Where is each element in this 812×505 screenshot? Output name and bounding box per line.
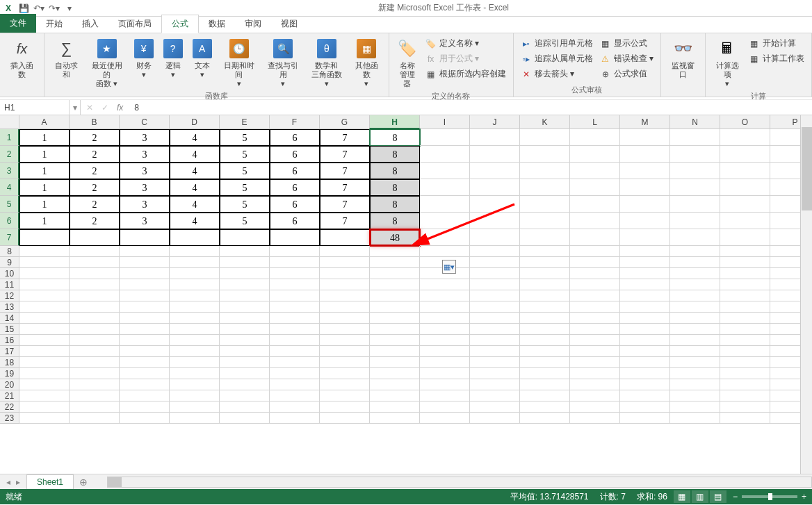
cell[interactable] <box>570 379 620 390</box>
cell[interactable] <box>570 313 620 324</box>
cell[interactable] <box>19 368 70 379</box>
cell[interactable] <box>670 246 720 257</box>
cell[interactable]: 6 <box>270 179 320 196</box>
cell[interactable] <box>70 346 120 357</box>
cell[interactable] <box>170 268 220 279</box>
column-header[interactable]: A <box>19 115 70 129</box>
cell[interactable] <box>370 290 420 301</box>
cell[interactable] <box>620 357 670 368</box>
cell[interactable] <box>720 335 770 346</box>
name-box[interactable]: H1 <box>0 100 70 115</box>
cell[interactable] <box>620 335 670 346</box>
cell[interactable] <box>270 413 320 424</box>
column-header[interactable]: M <box>620 115 670 129</box>
cell[interactable] <box>320 229 370 246</box>
cell[interactable] <box>520 146 570 163</box>
cell[interactable] <box>570 301 620 313</box>
cell[interactable]: 8 <box>370 146 420 163</box>
save-icon[interactable]: 💾 <box>18 3 29 14</box>
cell[interactable] <box>620 229 670 246</box>
tab-insert[interactable]: 插入 <box>72 15 108 33</box>
cell[interactable] <box>120 357 170 368</box>
cell[interactable] <box>520 346 570 357</box>
cell[interactable] <box>520 390 570 401</box>
cell[interactable]: 7 <box>320 213 370 229</box>
column-header[interactable]: K <box>520 115 570 129</box>
cell[interactable] <box>220 268 270 279</box>
row-header[interactable]: 9 <box>0 257 19 268</box>
cell[interactable] <box>520 413 570 424</box>
cell[interactable] <box>570 290 620 301</box>
cell[interactable] <box>220 246 270 257</box>
cell[interactable] <box>270 279 320 290</box>
create-from-selection-button[interactable]: ▦根据所选内容创建 <box>423 67 509 81</box>
cell[interactable] <box>170 346 220 357</box>
cell[interactable] <box>320 390 370 401</box>
autofill-options-button[interactable]: ▦▾ <box>442 260 456 274</box>
cell[interactable]: 7 <box>320 196 370 213</box>
cell[interactable] <box>470 301 520 313</box>
cell[interactable] <box>470 346 520 357</box>
cell[interactable] <box>70 279 120 290</box>
cell[interactable] <box>470 213 520 229</box>
lookup-button[interactable]: 🔍查找与引用 ▾ <box>261 36 304 90</box>
evaluate-formula-button[interactable]: ⊕公式求值 <box>597 67 656 81</box>
cell[interactable] <box>120 335 170 346</box>
cell[interactable] <box>70 257 120 268</box>
cell[interactable]: 2 <box>70 213 120 229</box>
cell[interactable] <box>720 229 770 246</box>
cell[interactable] <box>70 379 120 390</box>
redo-icon[interactable]: ↷▾ <box>49 3 60 14</box>
cell[interactable] <box>320 357 370 368</box>
cell[interactable] <box>170 413 220 424</box>
cell[interactable] <box>470 163 520 179</box>
cell[interactable] <box>670 413 720 424</box>
cell[interactable] <box>470 229 520 246</box>
cell[interactable] <box>470 268 520 279</box>
cell[interactable] <box>470 379 520 390</box>
cell[interactable] <box>370 368 420 379</box>
cell[interactable] <box>320 413 370 424</box>
cell[interactable] <box>120 368 170 379</box>
cell[interactable] <box>720 129 770 146</box>
cell[interactable] <box>320 313 370 324</box>
cell[interactable] <box>470 246 520 257</box>
row-header[interactable]: 12 <box>0 290 19 301</box>
cell[interactable] <box>470 368 520 379</box>
error-check-button[interactable]: ⚠错误检查 ▾ <box>597 51 656 66</box>
cell[interactable] <box>620 163 670 179</box>
cell[interactable] <box>520 301 570 313</box>
cell[interactable] <box>420 313 470 324</box>
cell[interactable]: 4 <box>170 179 220 196</box>
cell[interactable] <box>570 163 620 179</box>
cell[interactable] <box>220 324 270 335</box>
cell[interactable] <box>70 246 120 257</box>
cell[interactable] <box>570 346 620 357</box>
cell[interactable] <box>170 401 220 413</box>
cell[interactable]: 5 <box>220 213 270 229</box>
cell[interactable] <box>120 279 170 290</box>
name-box-dropdown[interactable]: ▾ <box>70 100 81 115</box>
cell[interactable] <box>70 229 120 246</box>
cell[interactable] <box>320 246 370 257</box>
row-header[interactable]: 2 <box>0 146 19 163</box>
more-fn-button[interactable]: ▦其他函数 ▾ <box>349 36 384 90</box>
cell[interactable] <box>720 163 770 179</box>
cell[interactable] <box>670 379 720 390</box>
cell[interactable] <box>720 368 770 379</box>
calc-options-button[interactable]: 🖩计算选项 ▾ <box>710 36 745 90</box>
cell[interactable] <box>320 257 370 268</box>
cell[interactable] <box>720 268 770 279</box>
cell[interactable] <box>570 246 620 257</box>
cell[interactable] <box>70 401 120 413</box>
cell[interactable] <box>120 324 170 335</box>
cell[interactable] <box>570 279 620 290</box>
cell[interactable] <box>270 335 320 346</box>
math-button[interactable]: θ数学和 三角函数 ▾ <box>306 36 348 90</box>
column-header[interactable]: F <box>270 115 320 129</box>
tab-home[interactable]: 开始 <box>36 15 72 33</box>
cell[interactable] <box>220 401 270 413</box>
cell[interactable] <box>620 290 670 301</box>
text-button[interactable]: A文本 ▾ <box>188 36 216 81</box>
cell[interactable] <box>420 301 470 313</box>
